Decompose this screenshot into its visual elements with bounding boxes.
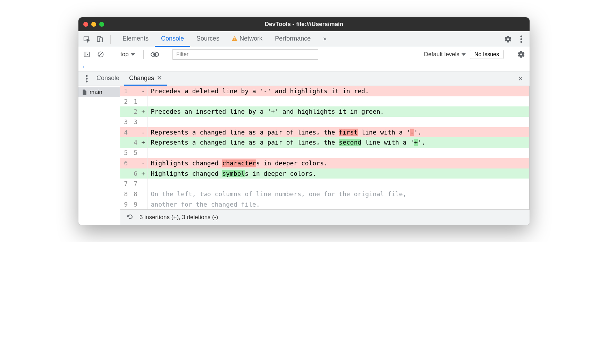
- devtools-window: DevTools - file:///Users/main Elements C…: [78, 17, 530, 225]
- file-name: main: [90, 89, 102, 96]
- filter-input[interactable]: [172, 49, 318, 60]
- drawer-tab-changes[interactable]: Changes ✕: [124, 71, 167, 86]
- settings-icon[interactable]: [503, 34, 513, 44]
- levels-label: Default levels: [424, 51, 459, 58]
- line-number-old: 2: [120, 96, 130, 107]
- console-settings-icon[interactable]: [516, 50, 526, 59]
- diff-row: 55: [120, 148, 529, 158]
- execution-context-selector[interactable]: top: [118, 50, 137, 59]
- file-tree-item[interactable]: main: [78, 87, 120, 97]
- svg-rect-2: [100, 37, 102, 42]
- kebab-menu-icon[interactable]: [516, 34, 526, 44]
- main-toolbar: Elements Console Sources Network Perform…: [78, 31, 530, 47]
- diff-marker: -: [140, 86, 147, 96]
- line-number-old: [120, 137, 130, 148]
- tab-label: Sources: [196, 35, 219, 42]
- issues-button[interactable]: No Issues: [470, 50, 504, 59]
- line-number-new: 6: [130, 168, 140, 179]
- svg-point-10: [86, 75, 87, 76]
- minimize-window-button[interactable]: [91, 22, 96, 27]
- tab-console[interactable]: Console: [155, 31, 190, 47]
- diff-row: 77: [120, 179, 529, 189]
- svg-point-4: [521, 38, 522, 40]
- diff-marker: +: [140, 137, 147, 148]
- live-expression-icon[interactable]: [150, 50, 160, 59]
- diff-content: Precedes a deleted line by a '-' and hig…: [147, 86, 529, 96]
- close-tab-icon[interactable]: ✕: [157, 74, 162, 82]
- close-drawer-icon[interactable]: ✕: [518, 75, 526, 83]
- tab-label: Console: [161, 35, 184, 42]
- line-number-old: 6: [120, 158, 130, 168]
- inspect-element-icon[interactable]: [82, 34, 92, 44]
- svg-point-12: [86, 80, 87, 82]
- clear-console-icon[interactable]: [96, 50, 105, 59]
- device-toolbar-icon[interactable]: [95, 34, 105, 44]
- diff-marker: [140, 96, 147, 107]
- line-number-new: 2: [130, 106, 140, 117]
- line-number-new: 4: [130, 137, 140, 148]
- console-toolbar: top Default levels No Issues: [78, 47, 530, 62]
- tab-performance[interactable]: Performance: [269, 31, 317, 47]
- diff-pane: 1-Precedes a deleted line by a '-' and h…: [120, 86, 530, 225]
- window-title: DevTools - file:///Users/main: [78, 21, 530, 28]
- diff-marker: +: [140, 168, 147, 179]
- zoom-window-button[interactable]: [99, 22, 104, 27]
- diff-marker: [140, 148, 147, 158]
- close-window-button[interactable]: [83, 22, 88, 27]
- diff-row: 21: [120, 96, 529, 107]
- tabs-overflow[interactable]: »: [317, 31, 333, 47]
- diff-marker: -: [140, 127, 147, 138]
- tab-label: Elements: [123, 35, 149, 42]
- main-tabs: Elements Console Sources Network Perform…: [116, 31, 333, 47]
- line-number-old: 1: [120, 86, 130, 96]
- console-sidebar-toggle-icon[interactable]: [82, 50, 92, 59]
- diff-row: 88On the left, two columns of line numbe…: [120, 189, 529, 199]
- line-number-old: 3: [120, 117, 130, 127]
- issues-label: No Issues: [474, 51, 499, 57]
- line-number-new: [130, 158, 140, 168]
- diff-row: 99another for the changed file.: [120, 199, 529, 210]
- svg-point-9: [153, 53, 156, 56]
- diff-content: Highlights changed characters in deeper …: [147, 158, 529, 168]
- drawer-tab-label: Console: [96, 75, 119, 82]
- diff-row: 1-Precedes a deleted line by a '-' and h…: [120, 86, 529, 96]
- line-number-new: 7: [130, 179, 140, 189]
- diff-content: Represents a changed line as a pair of l…: [147, 127, 529, 138]
- diff-marker: -: [140, 158, 147, 168]
- line-number-new: 3: [130, 117, 140, 127]
- line-number-old: 8: [120, 189, 130, 199]
- diff-marker: [140, 199, 147, 210]
- line-number-old: [120, 168, 130, 179]
- diff-content: [147, 148, 529, 158]
- changes-panel: main 1-Precedes a deleted line by a '-' …: [78, 86, 530, 225]
- diff-marker: [140, 117, 147, 127]
- chevron-down-icon: [131, 53, 135, 56]
- diff-view: 1-Precedes a deleted line by a '-' and h…: [120, 86, 529, 209]
- window-controls: [83, 22, 104, 27]
- drawer-menu-icon[interactable]: [82, 74, 92, 84]
- line-number-new: [130, 127, 140, 138]
- file-icon: [81, 89, 87, 96]
- line-number-old: 5: [120, 148, 130, 158]
- console-prompt[interactable]: ›: [78, 62, 530, 71]
- diff-content: Highlights changed symbols in deeper col…: [147, 168, 529, 179]
- revert-icon[interactable]: [125, 213, 135, 222]
- separator: [112, 50, 112, 59]
- tab-sources[interactable]: Sources: [190, 31, 226, 47]
- line-number-old: 7: [120, 179, 130, 189]
- diff-content: On the left, two columns of line numbers…: [147, 189, 529, 199]
- diff-content: [147, 96, 529, 107]
- separator: [166, 50, 166, 59]
- separator: [143, 50, 144, 59]
- line-number-new: 1: [130, 96, 140, 107]
- diff-content: another for the changed file.: [147, 199, 529, 210]
- diff-row: 4-Represents a changed line as a pair of…: [120, 127, 529, 138]
- svg-point-3: [521, 35, 522, 37]
- drawer-tab-console[interactable]: Console: [92, 71, 124, 86]
- overflow-label: »: [323, 35, 327, 42]
- titlebar: DevTools - file:///Users/main: [78, 17, 530, 31]
- tab-elements[interactable]: Elements: [116, 31, 155, 47]
- tab-network[interactable]: Network: [226, 31, 269, 47]
- log-levels-selector[interactable]: Default levels: [424, 51, 466, 58]
- diff-marker: [140, 189, 147, 199]
